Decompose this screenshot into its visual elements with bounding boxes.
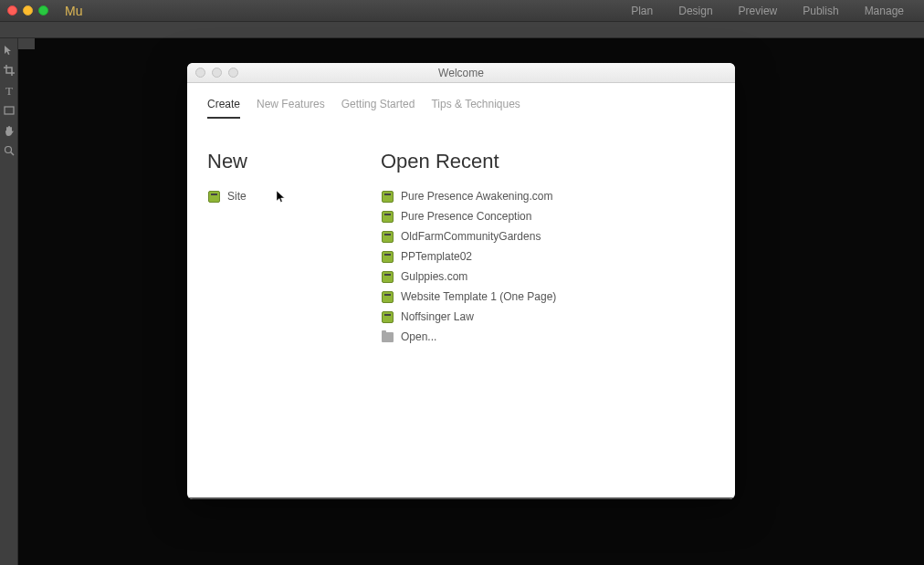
recent-item-label: Pure Presence Conception — [401, 208, 531, 225]
recent-item-label: Pure Presence Awakening.com — [401, 188, 553, 204]
tab-new-features[interactable]: New Features — [257, 92, 325, 118]
hand-tool-icon[interactable] — [3, 124, 16, 137]
new-site-label: Site — [227, 188, 247, 204]
open-file-label: Open... — [401, 329, 436, 345]
app-name: Mu — [65, 4, 82, 18]
recent-item-label: Noffsinger Law — [401, 309, 474, 325]
minimize-window-button[interactable] — [23, 5, 33, 16]
open-file-item[interactable]: Open... — [381, 327, 715, 347]
dialog-minimize-button[interactable] — [212, 68, 222, 78]
dialog-footer: Adobe Muse Help Forums Inspire Add-ons — [187, 497, 735, 499]
rectangle-tool-icon[interactable] — [3, 104, 16, 117]
folder-icon — [381, 330, 394, 343]
muse-file-icon — [381, 290, 394, 303]
recent-item[interactable]: Gulppies.com — [381, 267, 715, 287]
recent-item-label: Website Template 1 (One Page) — [401, 288, 556, 305]
window-controls — [7, 5, 48, 16]
dialog-window-controls — [187, 68, 238, 78]
muse-file-icon — [381, 190, 394, 203]
recent-item[interactable]: PPTemplate02 — [381, 246, 715, 267]
recent-item-label: PPTemplate02 — [401, 248, 472, 265]
recent-item[interactable]: Pure Presence Awakening.com — [381, 186, 715, 206]
tool-sidebar: T — [0, 38, 18, 565]
dialog-tabs: Create New Features Getting Started Tips… — [187, 83, 735, 119]
menu-plan[interactable]: Plan — [618, 1, 666, 21]
selection-tool-icon[interactable] — [3, 44, 16, 57]
column-open-recent: Open Recent Pure Presence Awakening.com … — [381, 150, 715, 488]
crop-tool-icon[interactable] — [3, 64, 16, 77]
menu-publish[interactable]: Publish — [790, 1, 851, 21]
heading-new: New — [207, 150, 381, 173]
menu-manage[interactable]: Manage — [852, 1, 917, 21]
dialog-content: New Site Open Recent Pure Presence Awake… — [187, 119, 735, 497]
zoom-tool-icon[interactable] — [3, 144, 16, 157]
svg-line-3 — [10, 152, 13, 155]
heading-open-recent: Open Recent — [381, 150, 715, 173]
recent-item[interactable]: Noffsinger Law — [381, 307, 715, 327]
muse-file-icon — [381, 230, 394, 243]
dialog-zoom-button[interactable] — [228, 68, 238, 78]
menu-preview[interactable]: Preview — [726, 1, 791, 21]
muse-file-icon — [207, 190, 220, 203]
muse-file-icon — [381, 310, 394, 323]
recent-item[interactable]: OldFarmCommunityGardens — [381, 226, 715, 246]
horizontal-ruler — [0, 22, 924, 38]
tab-getting-started[interactable]: Getting Started — [341, 92, 415, 118]
app-titlebar: Mu Plan Design Preview Publish Manage — [0, 0, 924, 22]
menu-design[interactable]: Design — [666, 1, 725, 21]
recent-item[interactable]: Website Template 1 (One Page) — [381, 287, 715, 307]
recent-item-label: Gulppies.com — [401, 268, 467, 285]
recent-item[interactable]: Pure Presence Conception — [381, 206, 715, 226]
text-tool-icon[interactable]: T — [3, 84, 16, 97]
tab-tips-techniques[interactable]: Tips & Techniques — [431, 92, 520, 118]
vertical-ruler — [18, 38, 35, 49]
dialog-title: Welcome — [187, 67, 735, 79]
svg-text:T: T — [5, 85, 13, 96]
muse-file-icon — [381, 250, 394, 263]
tab-create[interactable]: Create — [207, 92, 240, 118]
new-site-item[interactable]: Site — [207, 186, 381, 206]
muse-file-icon — [381, 270, 394, 283]
muse-file-icon — [381, 210, 394, 223]
svg-rect-1 — [5, 107, 14, 114]
column-new: New Site — [207, 150, 381, 488]
recent-item-label: OldFarmCommunityGardens — [401, 228, 541, 245]
dialog-close-button[interactable] — [195, 68, 205, 78]
dialog-titlebar[interactable]: Welcome — [187, 63, 735, 83]
close-window-button[interactable] — [7, 5, 17, 16]
svg-point-2 — [5, 147, 11, 153]
welcome-dialog: Welcome Create New Features Getting Star… — [187, 63, 735, 499]
top-menu: Plan Design Preview Publish Manage — [618, 1, 917, 21]
zoom-window-button[interactable] — [38, 5, 48, 16]
